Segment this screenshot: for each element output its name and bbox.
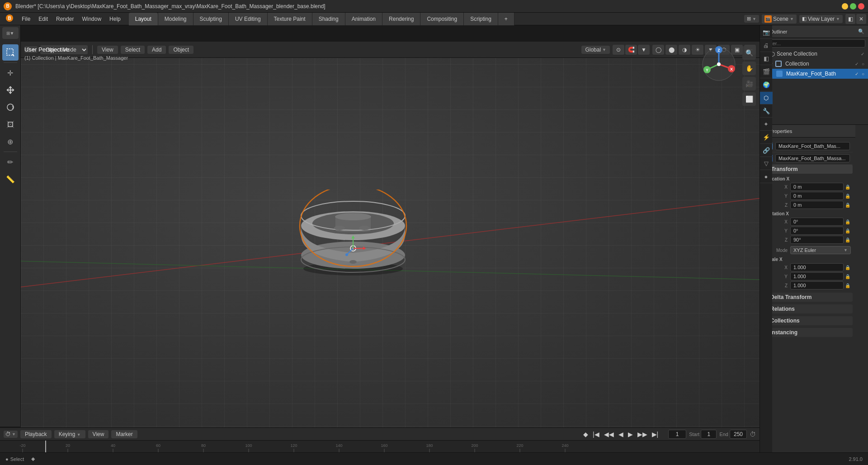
outliner-item-object[interactable]: MaxKare_Foot_Bath ✓ ○ bbox=[760, 69, 868, 79]
rot-z-lock[interactable]: 🔒 bbox=[844, 237, 851, 243]
menu-file[interactable]: File bbox=[18, 14, 34, 24]
rot-x-value[interactable]: 0° bbox=[790, 218, 844, 226]
timeline-ruler[interactable]: -20 20 40 60 80 100 120 140 160 180 200 … bbox=[0, 441, 760, 453]
tab-animation[interactable]: Animation bbox=[345, 13, 382, 25]
prop-tab-material[interactable]: ● bbox=[760, 171, 773, 183]
tool-rotate[interactable] bbox=[2, 99, 19, 115]
rot-x-lock[interactable]: 🔒 bbox=[844, 218, 851, 225]
obj-render[interactable]: ○ bbox=[862, 71, 864, 76]
scale-x-lock[interactable]: 🔒 bbox=[844, 264, 851, 270]
camera-view-btn[interactable]: 🎥 bbox=[742, 77, 756, 90]
pan-btn[interactable]: ✋ bbox=[742, 62, 756, 75]
prop-tab-view-layer[interactable]: ◧ bbox=[760, 52, 773, 65]
instancing-header[interactable]: ▶ Instancing bbox=[763, 328, 853, 337]
playback-menu[interactable]: Playback bbox=[20, 430, 52, 438]
prop-tab-data[interactable]: ▽ bbox=[760, 157, 773, 170]
object-menu[interactable]: Object bbox=[169, 46, 193, 54]
zoom-in-btn[interactable]: 🔍 bbox=[742, 46, 756, 60]
play-btn[interactable]: ▶ bbox=[626, 430, 635, 439]
relations-header[interactable]: ▶ Relations bbox=[763, 304, 853, 313]
tool-scale[interactable] bbox=[2, 116, 19, 133]
step-forward-btn[interactable]: ▶▶ bbox=[636, 430, 649, 439]
close-button[interactable] bbox=[858, 3, 864, 9]
visibility-check[interactable]: ✓ bbox=[861, 52, 864, 57]
collections-header[interactable]: ▶ Collections bbox=[763, 316, 853, 325]
viewlayer-selector[interactable]: ◧ View Layer ▼ bbox=[799, 15, 843, 23]
play-reverse-btn[interactable]: ◀ bbox=[617, 430, 625, 439]
outliner-filter-btn[interactable]: 🔍 bbox=[858, 28, 864, 34]
tab-modeling[interactable]: Modeling bbox=[158, 13, 193, 25]
maximize-button[interactable] bbox=[850, 3, 856, 9]
obj-visibility[interactable]: ✓ bbox=[855, 71, 859, 76]
menu-help[interactable]: Help bbox=[106, 14, 124, 24]
outliner-search-input[interactable] bbox=[763, 39, 865, 47]
tab-uv-editing[interactable]: UV Editing bbox=[229, 13, 268, 25]
object-mode-selector[interactable]: Object Mode bbox=[40, 45, 88, 54]
prop-tab-scene[interactable]: 🎬 bbox=[760, 66, 773, 78]
rot-z-value[interactable]: 90° bbox=[790, 236, 844, 244]
tool-mode-switcher[interactable]: ⊞▼ bbox=[2, 27, 19, 39]
tab-rendering[interactable]: Rendering bbox=[382, 13, 420, 25]
viewport-shading-wireframe[interactable]: ◯ bbox=[652, 45, 664, 55]
outliner-expand-btn[interactable]: ◧ bbox=[845, 14, 855, 24]
rot-y-value[interactable]: 0° bbox=[790, 227, 844, 235]
snap-toggle[interactable]: 🧲 bbox=[625, 45, 637, 55]
viewport-shading-rendered[interactable]: ☀ bbox=[692, 45, 703, 55]
prop-tab-particles[interactable]: ✦ bbox=[760, 118, 773, 131]
scale-x-value[interactable]: 1.000 bbox=[790, 263, 844, 271]
scale-z-lock[interactable]: 🔒 bbox=[844, 282, 851, 289]
orthographic-btn[interactable]: ⬜ bbox=[742, 92, 756, 106]
loc-z-value[interactable]: 0 m bbox=[790, 201, 844, 209]
snap-options[interactable]: ▼ bbox=[638, 45, 650, 55]
jump-to-end-btn[interactable]: ▶| bbox=[650, 430, 660, 439]
marker-menu[interactable]: Marker bbox=[111, 430, 137, 438]
editor-type-switcher[interactable]: ⊞ ▼ bbox=[744, 15, 759, 23]
viewport-shading-material[interactable]: ◑ bbox=[679, 45, 690, 55]
tab-layout[interactable]: Layout bbox=[129, 13, 158, 25]
viewport-3d[interactable]: ⬡▼ Object Mode View Select Add Object Gl… bbox=[21, 42, 760, 427]
keyframe-btn[interactable]: ◆ bbox=[581, 430, 590, 439]
scale-y-value[interactable]: 1.000 bbox=[790, 272, 844, 280]
keying-menu[interactable]: Keying ▼ bbox=[54, 430, 85, 438]
loc-x-value[interactable]: 0 m bbox=[790, 183, 844, 191]
current-frame[interactable]: 1 bbox=[668, 430, 686, 439]
tab-compositing[interactable]: Compositing bbox=[420, 13, 464, 25]
prop-tab-world[interactable]: 🌍 bbox=[760, 79, 773, 91]
end-frame[interactable]: 250 bbox=[730, 430, 747, 439]
prop-tab-constraints[interactable]: 🔗 bbox=[760, 144, 773, 157]
tool-select-box[interactable] bbox=[2, 44, 19, 61]
prop-tab-modifier[interactable]: 🔧 bbox=[760, 105, 773, 118]
minimize-button[interactable] bbox=[842, 3, 848, 9]
loc-y-lock[interactable]: 🔒 bbox=[844, 193, 851, 199]
step-back-btn[interactable]: ◀◀ bbox=[602, 430, 616, 439]
tab-scripting[interactable]: Scripting bbox=[464, 13, 498, 25]
data-name-field[interactable]: MaxKare_Foot_Bath_Massa... bbox=[775, 154, 850, 162]
viewport-shading-solid[interactable]: ⬤ bbox=[665, 45, 677, 55]
tool-move[interactable] bbox=[2, 82, 19, 98]
tool-measure[interactable]: 📏 bbox=[2, 171, 19, 187]
loc-z-lock[interactable]: 🔒 bbox=[844, 202, 851, 208]
properties-expand-btn[interactable]: ✕ bbox=[856, 14, 866, 24]
delta-transform-header[interactable]: ▶ Delta Transform bbox=[763, 293, 853, 302]
3d-object-footbath[interactable] bbox=[290, 190, 416, 280]
rot-y-lock[interactable]: 🔒 bbox=[844, 228, 851, 234]
tool-annotate[interactable]: ✏ bbox=[2, 154, 19, 170]
timeline-type-switcher[interactable]: ⏱▼ bbox=[4, 431, 18, 438]
loc-x-lock[interactable]: 🔒 bbox=[844, 184, 851, 190]
jump-to-start-btn[interactable]: |◀ bbox=[591, 430, 601, 439]
transform-section-header[interactable]: ▼ Transform bbox=[763, 165, 853, 174]
timeline-options-btn[interactable]: ⏱ bbox=[750, 431, 756, 438]
add-menu[interactable]: Add bbox=[147, 46, 166, 54]
tool-transform[interactable]: ⊕ bbox=[2, 133, 19, 150]
menu-blender[interactable]: B bbox=[2, 13, 17, 25]
prop-tab-object[interactable]: ⬡ bbox=[760, 92, 773, 104]
menu-render[interactable]: Render bbox=[52, 14, 77, 24]
tab-add-workspace[interactable]: + bbox=[498, 13, 514, 25]
xray-toggle[interactable]: ▣ bbox=[731, 45, 743, 55]
viewport-overlays-btn[interactable]: ⬡ bbox=[718, 45, 730, 55]
proportional-editing[interactable]: ⊙ bbox=[613, 45, 624, 55]
transform-orientation[interactable]: Global ▼ bbox=[581, 46, 610, 54]
coll-visibility[interactable]: ✓ bbox=[855, 62, 859, 66]
start-frame[interactable]: 1 bbox=[701, 430, 717, 439]
loc-y-value[interactable]: 0 m bbox=[790, 192, 844, 200]
